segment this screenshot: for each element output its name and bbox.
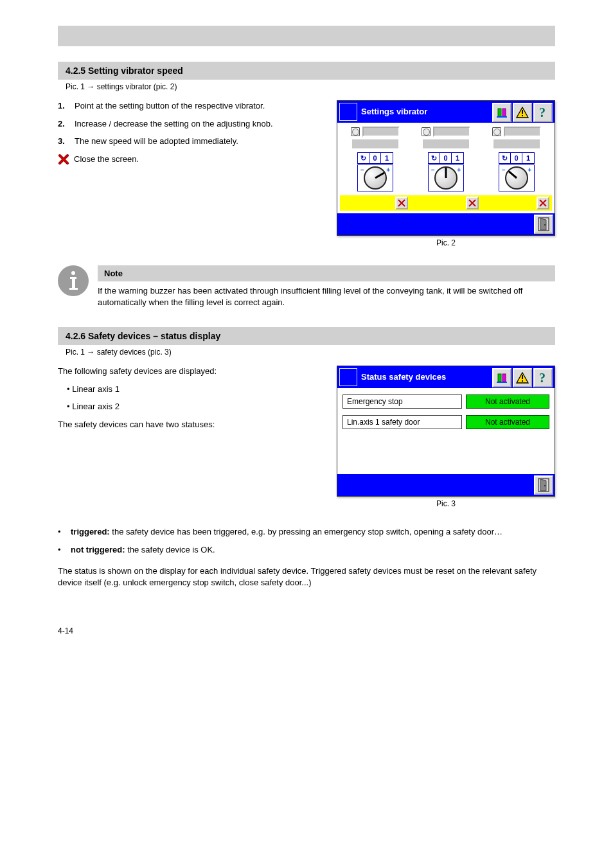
svg-rect-5 xyxy=(522,115,523,116)
hmi-title-icon xyxy=(339,103,357,121)
knob-3-zero-button[interactable]: 0 xyxy=(511,153,522,163)
step-4-text: Close the screen. xyxy=(74,154,139,165)
reset-2-button[interactable] xyxy=(466,197,479,209)
svg-rect-1 xyxy=(502,109,506,116)
warning-icon-button-2[interactable] xyxy=(513,368,532,387)
help-icon-button-2[interactable]: ? xyxy=(533,368,553,387)
yellow-row xyxy=(340,195,552,211)
reset-3-button[interactable] xyxy=(537,197,549,209)
item-2: Linear axis 2 xyxy=(72,402,120,411)
reset-icon: ↻ xyxy=(360,154,366,163)
section-1-text: 1. Point at the setting button of the re… xyxy=(58,100,325,247)
x-red-icon xyxy=(539,199,547,207)
knob-2-one-button[interactable]: 1 xyxy=(452,153,463,163)
svg-rect-14 xyxy=(498,374,501,382)
minus-icon: − xyxy=(502,166,506,173)
close-x-icon xyxy=(58,154,69,165)
help-icon-button[interactable]: ? xyxy=(533,103,553,122)
safety-row-1-label: Emergency stop xyxy=(342,394,462,409)
reset-1-button[interactable] xyxy=(395,197,408,209)
warning-icon-button[interactable] xyxy=(513,103,532,122)
svg-rect-19 xyxy=(522,380,523,382)
plus-icon: + xyxy=(528,166,531,173)
knob-1-zero-button[interactable]: 0 xyxy=(369,153,381,163)
hmi-panel-safety: Status safety devices xyxy=(337,366,555,497)
pic-2-caption: Pic. 2 xyxy=(337,238,555,247)
svg-point-9 xyxy=(544,224,546,226)
svg-text:?: ? xyxy=(539,371,546,384)
lamp-1-icon xyxy=(351,127,360,136)
sub-label-1 xyxy=(352,139,398,148)
section-2-explain: The safety devices can have two statuses… xyxy=(58,419,325,430)
info-body: If the warning buzzer has been activated… xyxy=(98,281,555,308)
hmi-title: Settings vibrator xyxy=(361,102,492,121)
minus-icon: − xyxy=(360,166,364,173)
svg-text:?: ? xyxy=(539,106,546,119)
warning-triangle-icon xyxy=(516,107,529,118)
section-1-trail: Pic. 1 → settings vibrator (pic. 2) xyxy=(58,82,555,91)
plus-icon: + xyxy=(457,166,461,173)
knob-2-dial[interactable]: − + xyxy=(428,164,464,191)
safety-row-1-status: Not activated xyxy=(466,394,549,409)
step-1-num: 1. xyxy=(58,100,69,112)
bars-icon-button-2[interactable] xyxy=(492,368,511,387)
hmi2-title: Status safety devices xyxy=(361,368,492,387)
status-2-desc: the safety device is OK. xyxy=(127,545,215,554)
svg-marker-22 xyxy=(540,479,546,491)
sub-label-3 xyxy=(493,139,540,148)
question-mark-icon: ? xyxy=(538,106,548,119)
svg-rect-2 xyxy=(497,116,507,118)
knob-3-reset-button[interactable]: ↻ xyxy=(499,153,511,163)
knob-3-dial[interactable]: − + xyxy=(499,164,535,191)
x-red-icon xyxy=(468,199,476,207)
lamp-1-field[interactable] xyxy=(362,127,400,137)
knob-1-one-button[interactable]: 1 xyxy=(381,153,393,163)
exit-door-button-2[interactable] xyxy=(534,475,553,495)
svg-rect-18 xyxy=(522,375,523,379)
svg-rect-0 xyxy=(498,109,501,116)
reset-icon: ↻ xyxy=(502,154,508,163)
bars-icon-button[interactable] xyxy=(492,103,511,122)
knob-3-one-button[interactable]: 1 xyxy=(522,153,534,163)
step-3-num: 3. xyxy=(58,136,69,147)
lamp-row xyxy=(340,127,552,137)
x-red-icon xyxy=(398,199,405,207)
safety-row-2-label: Lin.axis 1 safety door xyxy=(342,415,462,429)
bars-icon xyxy=(496,372,508,384)
step-2-num: 2. xyxy=(58,118,69,130)
knob-2-reset-button[interactable]: ↻ xyxy=(429,153,440,163)
page-header xyxy=(58,26,555,46)
section-2-intro: The following safety devices are display… xyxy=(58,366,325,377)
step-1-text: Point at the setting button of the respe… xyxy=(75,100,265,112)
section-1-title-text: 4.2.5 Setting vibrator speed xyxy=(66,66,183,76)
info-icon xyxy=(58,265,89,296)
item-1: Linear axis 1 xyxy=(72,384,120,394)
warning-triangle-icon xyxy=(516,372,529,384)
section-2-text: The following safety devices are display… xyxy=(58,366,325,508)
lamp-2-icon xyxy=(422,127,431,136)
lamp-3-field[interactable] xyxy=(504,127,541,137)
knob-1-dial[interactable]: − + xyxy=(357,164,393,191)
section-2-title-text: 4.2.6 Safety devices – status display xyxy=(66,331,220,341)
bars-icon xyxy=(496,107,508,118)
hmi2-title-icon xyxy=(339,368,357,386)
sub-label-2 xyxy=(423,139,469,148)
svg-point-10 xyxy=(71,271,75,275)
exit-door-button[interactable] xyxy=(534,215,553,234)
info-callout: Note If the warning buzzer has been acti… xyxy=(58,265,555,308)
lamp-2-field[interactable] xyxy=(433,127,470,137)
knob-1-reset-button[interactable]: ↻ xyxy=(358,153,369,163)
status-2-label: not triggered: xyxy=(71,545,125,554)
plus-icon: + xyxy=(386,166,390,173)
svg-marker-8 xyxy=(540,218,546,230)
safety-row-2-status: Not activated xyxy=(466,415,549,429)
minus-icon: − xyxy=(431,166,435,173)
svg-point-23 xyxy=(544,485,546,486)
status-1-desc: the safety device has been triggered, e.… xyxy=(112,527,502,536)
reset-icon: ↻ xyxy=(431,154,437,163)
knob-3: ↻ 0 1 − + xyxy=(491,152,542,191)
lamp-3-icon xyxy=(492,127,501,136)
section-1-title: 4.2.5 Setting vibrator speed xyxy=(58,62,555,80)
door-icon xyxy=(538,478,549,492)
knob-2-zero-button[interactable]: 0 xyxy=(440,153,452,163)
